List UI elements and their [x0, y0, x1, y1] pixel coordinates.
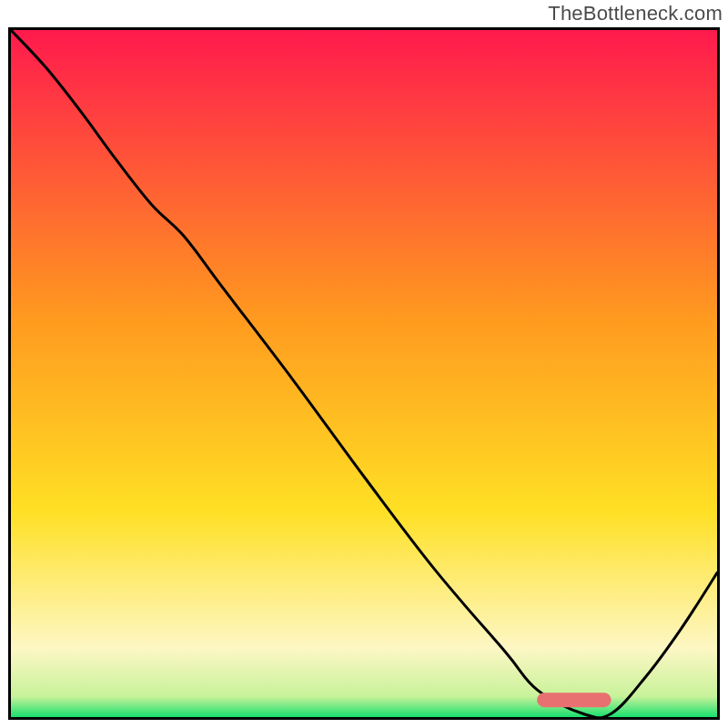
- chart-frame: [8, 27, 720, 720]
- chart-canvas: [11, 30, 717, 717]
- attribution-text: TheBottleneck.com: [548, 2, 723, 25]
- optimum-marker: [537, 693, 611, 707]
- chart-background: [11, 30, 717, 717]
- chart-svg: [11, 30, 717, 717]
